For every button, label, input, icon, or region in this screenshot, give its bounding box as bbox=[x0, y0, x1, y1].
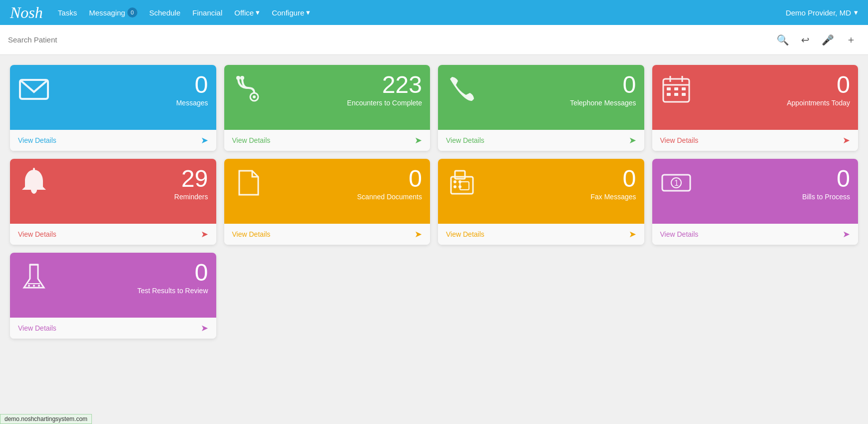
card-telephone-footer: View Details ➤ bbox=[438, 130, 644, 151]
messages-label: Messages bbox=[176, 99, 208, 107]
fax-icon bbox=[446, 167, 478, 199]
card-fax[interactable]: 0 Fax Messages View Details ➤ bbox=[438, 159, 644, 245]
calendar-icon bbox=[660, 73, 692, 105]
svg-rect-14 bbox=[682, 93, 686, 96]
nav-financial[interactable]: Financial bbox=[192, 8, 222, 17]
test-results-count: 0 bbox=[137, 261, 208, 285]
svg-rect-18 bbox=[460, 182, 469, 190]
card-messages[interactable]: 0 Messages View Details ➤ bbox=[10, 65, 216, 151]
svg-rect-10 bbox=[674, 87, 678, 90]
card-fax-top: 0 Fax Messages bbox=[438, 159, 644, 224]
office-dropdown-icon: ▾ bbox=[256, 8, 260, 17]
scanned-count: 0 bbox=[357, 167, 422, 191]
dollar-icon: 1 bbox=[660, 167, 692, 199]
messages-view-details[interactable]: View Details bbox=[18, 136, 56, 144]
encounters-view-details[interactable]: View Details bbox=[232, 136, 271, 144]
search-button[interactable]: 🔍 bbox=[773, 32, 793, 48]
user-dropdown-icon: ▾ bbox=[854, 8, 858, 17]
card-test-results[interactable]: 0 Test Results to Review View Details ➤ bbox=[10, 253, 216, 339]
bills-arrow: ➤ bbox=[843, 229, 850, 240]
test-results-label: Test Results to Review bbox=[137, 287, 208, 295]
card-bills-footer: View Details ➤ bbox=[652, 224, 859, 245]
fax-count: 0 bbox=[590, 167, 636, 191]
mic-button[interactable]: 🎤 bbox=[818, 32, 838, 48]
fax-arrow: ➤ bbox=[629, 229, 636, 240]
user-name: Demo Provider, MD bbox=[786, 8, 851, 17]
appointments-label: Appointments Today bbox=[787, 99, 850, 107]
telephone-label: Telephone Messages bbox=[570, 99, 636, 107]
svg-point-3 bbox=[240, 76, 244, 80]
card-bills-top: 1 0 Bills to Process bbox=[652, 159, 859, 224]
svg-point-22 bbox=[458, 185, 461, 188]
svg-point-2 bbox=[236, 76, 240, 80]
card-fax-footer: View Details ➤ bbox=[438, 224, 644, 245]
bills-count: 0 bbox=[802, 167, 850, 191]
card-appointments-footer: View Details ➤ bbox=[652, 130, 859, 151]
card-telephone-top: 0 Telephone Messages bbox=[438, 65, 644, 130]
card-bills[interactable]: 1 0 Bills to Process View Details ➤ bbox=[652, 159, 859, 245]
svg-rect-11 bbox=[682, 87, 686, 90]
card-appointments-top: 0 Appointments Today bbox=[652, 65, 859, 130]
configure-dropdown-icon: ▾ bbox=[306, 8, 310, 17]
envelope-icon bbox=[18, 73, 50, 105]
phone-icon bbox=[446, 73, 478, 105]
nav-messaging[interactable]: Messaging 0 bbox=[89, 7, 137, 17]
card-encounters-top: 223 Encounters to Complete bbox=[224, 65, 431, 130]
nav-tasks[interactable]: Tasks bbox=[58, 8, 77, 17]
scanned-arrow: ➤ bbox=[415, 229, 422, 240]
reminders-view-details[interactable]: View Details bbox=[18, 230, 56, 238]
scanned-label: Scanned Documents bbox=[357, 193, 422, 201]
history-button[interactable]: ↩ bbox=[797, 32, 814, 48]
svg-point-28 bbox=[33, 285, 35, 287]
appointments-count: 0 bbox=[787, 73, 850, 97]
card-messages-footer: View Details ➤ bbox=[10, 130, 216, 151]
card-encounters[interactable]: 223 Encounters to Complete View Details … bbox=[224, 65, 431, 151]
messages-arrow: ➤ bbox=[201, 135, 208, 146]
card-scanned-footer: View Details ➤ bbox=[224, 224, 431, 245]
svg-text:1: 1 bbox=[674, 179, 679, 187]
logo[interactable]: Nosh bbox=[10, 3, 43, 22]
svg-rect-12 bbox=[667, 93, 671, 96]
encounters-arrow: ➤ bbox=[415, 135, 422, 146]
fax-label: Fax Messages bbox=[590, 193, 636, 201]
test-results-arrow: ➤ bbox=[201, 323, 208, 334]
fax-view-details[interactable]: View Details bbox=[446, 230, 484, 238]
messaging-badge: 0 bbox=[127, 7, 137, 17]
bills-view-details[interactable]: View Details bbox=[660, 230, 699, 238]
document-icon bbox=[232, 167, 264, 199]
svg-rect-15 bbox=[33, 168, 35, 171]
navbar: Nosh Tasks Messaging 0 Schedule Financia… bbox=[0, 0, 868, 25]
messages-count: 0 bbox=[176, 73, 208, 97]
svg-point-4 bbox=[253, 95, 256, 98]
svg-point-27 bbox=[28, 285, 30, 287]
card-telephone[interactable]: 0 Telephone Messages View Details ➤ bbox=[438, 65, 644, 151]
nav-office[interactable]: Office ▾ bbox=[234, 8, 260, 17]
test-results-view-details[interactable]: View Details bbox=[18, 324, 56, 332]
card-reminders-top: 29 Reminders bbox=[10, 159, 216, 224]
flask-icon bbox=[18, 261, 50, 293]
user-menu[interactable]: Demo Provider, MD ▾ bbox=[786, 8, 858, 17]
card-scanned[interactable]: 0 Scanned Documents View Details ➤ bbox=[224, 159, 431, 245]
search-bar: 🔍 ↩ 🎤 ＋ bbox=[0, 25, 868, 55]
card-test-results-top: 0 Test Results to Review bbox=[10, 253, 216, 318]
scanned-view-details[interactable]: View Details bbox=[232, 230, 271, 238]
telephone-view-details[interactable]: View Details bbox=[446, 136, 484, 144]
bell-icon bbox=[18, 167, 50, 199]
card-reminders-footer: View Details ➤ bbox=[10, 224, 216, 245]
card-test-results-footer: View Details ➤ bbox=[10, 318, 216, 339]
encounters-count: 223 bbox=[347, 73, 422, 97]
card-encounters-footer: View Details ➤ bbox=[224, 130, 431, 151]
add-button[interactable]: ＋ bbox=[842, 31, 860, 48]
card-reminders[interactable]: 29 Reminders View Details ➤ bbox=[10, 159, 216, 245]
svg-point-19 bbox=[453, 180, 456, 183]
telephone-arrow: ➤ bbox=[629, 135, 636, 146]
nav-schedule[interactable]: Schedule bbox=[149, 8, 181, 17]
reminders-label: Reminders bbox=[174, 193, 208, 201]
search-input[interactable] bbox=[8, 35, 769, 44]
stethoscope-icon bbox=[232, 73, 264, 105]
appointments-view-details[interactable]: View Details bbox=[660, 136, 699, 144]
reminders-count: 29 bbox=[174, 167, 208, 191]
svg-point-20 bbox=[458, 180, 461, 183]
card-appointments[interactable]: 0 Appointments Today View Details ➤ bbox=[652, 65, 859, 151]
nav-configure[interactable]: Configure ▾ bbox=[272, 8, 310, 17]
